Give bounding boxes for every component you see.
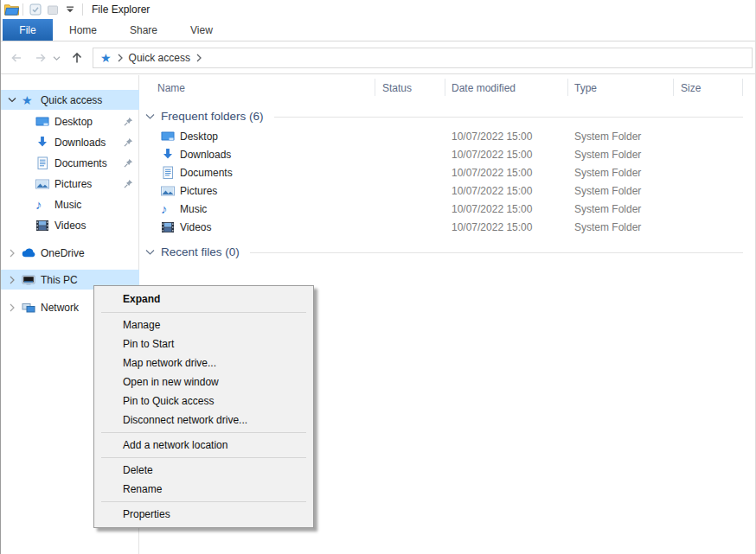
recent-locations-dropdown-icon[interactable] xyxy=(49,48,63,68)
file-date-modified: 10/07/2022 15:00 xyxy=(452,203,532,215)
sidebar-item-label: Documents xyxy=(54,157,107,169)
downloads-icon xyxy=(161,148,175,162)
sidebar-item-label: OneDrive xyxy=(41,247,85,259)
file-explorer-window: File Explorer File Home Share View ★ Qui… xyxy=(0,0,756,554)
column-divider[interactable] xyxy=(742,79,743,96)
videos-icon xyxy=(35,219,50,232)
sidebar-item-label: This PC xyxy=(41,274,78,286)
group-header-frequent-folders[interactable]: Frequent folders (6) xyxy=(140,106,755,125)
tab-home[interactable]: Home xyxy=(53,19,113,41)
column-divider[interactable] xyxy=(567,79,568,96)
file-type: System Folder xyxy=(574,185,641,197)
group-rule xyxy=(274,117,743,118)
group-header-label: Frequent folders (6) xyxy=(161,110,264,123)
file-name: Desktop xyxy=(180,131,218,143)
pin-icon xyxy=(124,137,133,150)
group-header-recent-files[interactable]: Recent files (0) xyxy=(140,242,755,261)
this-pc-icon xyxy=(22,273,36,287)
file-row-music[interactable]: ♪ Music 10/07/2022 15:00 System Folder xyxy=(140,201,755,219)
file-date-modified: 10/07/2022 15:00 xyxy=(452,131,532,143)
file-type: System Folder xyxy=(574,167,641,179)
file-row-documents[interactable]: Documents 10/07/2022 15:00 System Folder xyxy=(140,164,755,182)
sidebar-item-quick-access[interactable]: ★ Quick access xyxy=(1,90,139,110)
menu-item-open-in-new-window[interactable]: Open in new window xyxy=(94,373,313,392)
sidebar-item-label: Downloads xyxy=(54,137,106,149)
sidebar-item-label: Music xyxy=(54,199,81,211)
window-title: File Explorer xyxy=(92,3,150,16)
tab-file[interactable]: File xyxy=(3,19,53,41)
breadcrumb-location[interactable]: Quick access xyxy=(129,52,190,64)
file-row-videos[interactable]: Videos 10/07/2022 15:00 System Folder xyxy=(140,219,755,237)
menu-separator xyxy=(101,457,306,458)
quick-access-star-icon: ★ xyxy=(100,52,112,64)
menu-item-disconnect-network-drive[interactable]: Disconnect network drive... xyxy=(94,411,313,430)
menu-item-add-a-network-location[interactable]: Add a network location xyxy=(94,436,313,455)
sidebar-item-label: Desktop xyxy=(54,116,93,128)
new-folder-button[interactable] xyxy=(44,2,61,17)
sidebar-item-documents[interactable]: Documents xyxy=(1,153,139,173)
pin-icon xyxy=(124,158,133,170)
column-header-date-modified[interactable]: Date modified xyxy=(452,82,516,94)
column-header-size[interactable]: Size xyxy=(681,82,701,94)
pictures-icon xyxy=(35,177,50,191)
sidebar-item-label: Network xyxy=(41,302,79,314)
menu-item-manage[interactable]: Manage xyxy=(94,315,313,334)
file-row-downloads[interactable]: Downloads 10/07/2022 15:00 System Folder xyxy=(140,146,755,164)
documents-icon xyxy=(161,166,175,180)
column-divider[interactable] xyxy=(445,79,445,96)
sidebar-item-label: Quick access xyxy=(41,94,102,106)
videos-icon xyxy=(161,220,175,234)
menu-item-pin-to-start[interactable]: Pin to Start xyxy=(94,334,313,353)
onedrive-icon xyxy=(22,248,36,258)
column-header-status[interactable]: Status xyxy=(382,82,412,94)
back-icon[interactable] xyxy=(6,48,27,68)
tab-share[interactable]: Share xyxy=(113,19,174,41)
column-header-name[interactable]: Name xyxy=(157,82,185,94)
sidebar-item-pictures[interactable]: Pictures xyxy=(1,174,139,194)
chevron-right-icon[interactable] xyxy=(8,276,16,284)
tab-view[interactable]: View xyxy=(174,19,229,41)
file-name: Documents xyxy=(180,167,233,179)
column-header-type[interactable]: Type xyxy=(574,82,597,94)
menu-item-expand[interactable]: Expand xyxy=(94,289,313,309)
pin-icon xyxy=(124,117,133,129)
properties-button[interactable] xyxy=(27,2,44,17)
file-type: System Folder xyxy=(574,203,641,215)
column-divider[interactable] xyxy=(375,79,375,96)
ribbon-tab-bar: File Home Share View xyxy=(1,19,755,41)
forward-icon[interactable] xyxy=(30,48,51,68)
sidebar-item-downloads[interactable]: Downloads xyxy=(1,132,139,152)
downloads-icon xyxy=(35,136,50,150)
divider xyxy=(22,3,23,16)
chevron-right-icon[interactable] xyxy=(118,54,123,62)
desktop-icon xyxy=(161,130,175,143)
menu-item-delete[interactable]: Delete xyxy=(94,461,313,480)
sidebar-item-desktop[interactable]: Desktop xyxy=(1,111,139,131)
menu-item-pin-to-quick-access[interactable]: Pin to Quick access xyxy=(94,392,313,411)
file-row-pictures[interactable]: Pictures 10/07/2022 15:00 System Folder xyxy=(140,182,755,201)
chevron-down-icon[interactable] xyxy=(8,96,16,104)
context-menu: Expand Manage Pin to Start Map network d… xyxy=(93,285,314,528)
menu-item-rename[interactable]: Rename xyxy=(94,480,313,499)
chevron-down-icon[interactable] xyxy=(145,112,155,120)
sidebar-item-onedrive[interactable]: OneDrive xyxy=(1,243,139,263)
chevron-right-icon[interactable] xyxy=(8,303,16,312)
customize-quick-access-dropdown-icon[interactable] xyxy=(61,2,79,17)
column-header-row: Name Status Date modified Type Size xyxy=(140,75,755,99)
sidebar-item-music[interactable]: ♪ Music xyxy=(1,194,139,214)
file-type: System Folder xyxy=(574,131,641,143)
chevron-down-icon[interactable] xyxy=(145,248,155,256)
menu-item-map-network-drive[interactable]: Map network drive... xyxy=(94,353,313,373)
sidebar-item-videos[interactable]: Videos xyxy=(1,215,139,235)
chevron-right-icon[interactable] xyxy=(8,249,16,258)
file-row-desktop[interactable]: Desktop 10/07/2022 15:00 System Folder xyxy=(140,128,755,146)
chevron-right-icon[interactable] xyxy=(196,54,202,62)
up-icon[interactable] xyxy=(67,48,87,68)
breadcrumb[interactable]: ★ Quick access xyxy=(93,48,753,68)
column-divider[interactable] xyxy=(673,79,674,96)
desktop-icon xyxy=(35,115,50,129)
menu-separator xyxy=(101,312,306,313)
menu-item-properties[interactable]: Properties xyxy=(94,505,313,524)
network-icon xyxy=(22,301,36,315)
pin-icon xyxy=(124,179,133,191)
